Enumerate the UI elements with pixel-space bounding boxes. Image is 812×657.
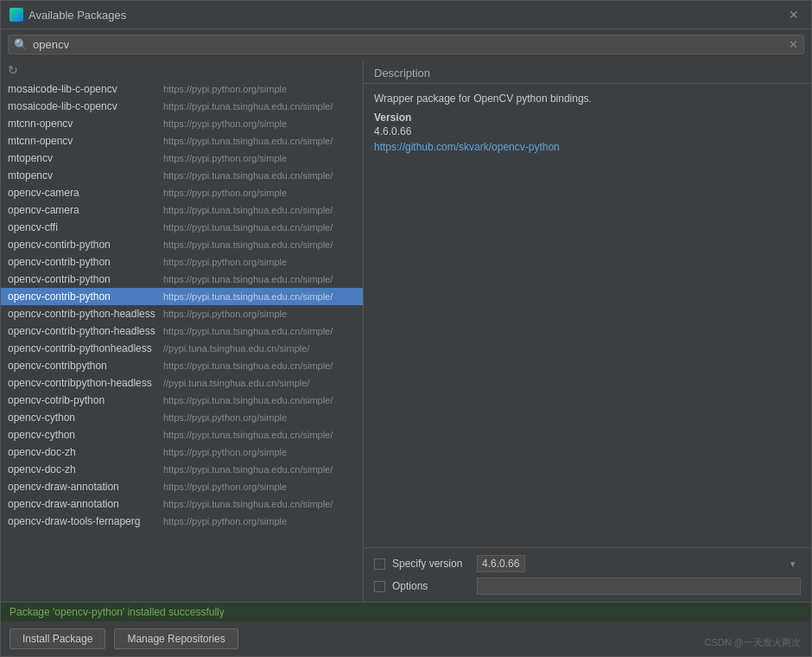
options-area: Specify version 4.6.0.66 Options xyxy=(364,548,811,602)
package-repo: https://pypi.python.org/simple xyxy=(163,153,356,163)
package-item[interactable]: opencv-contirb-pythonhttps://pypi.tuna.t… xyxy=(1,236,363,253)
package-repo: https://pypi.tuna.tsinghua.edu.cn/simple… xyxy=(163,395,356,405)
package-repo: https://pypi.python.org/simple xyxy=(163,447,356,457)
package-repo: https://pypi.python.org/simple xyxy=(163,257,356,267)
specify-version-checkbox[interactable] xyxy=(374,558,385,570)
package-name: opencv-camera xyxy=(8,187,163,199)
bottom-panel: Specify version 4.6.0.66 Options xyxy=(364,547,811,602)
title-bar: Available Packages ✕ xyxy=(1,1,811,29)
package-item[interactable]: opencv-camerahttps://pypi.python.org/sim… xyxy=(1,184,363,201)
package-name: mtcnn-opencv xyxy=(8,118,163,130)
package-item[interactable]: opencv-contrib-pythonhttps://pypi.tuna.t… xyxy=(1,271,363,288)
package-name: opencv-contrib-pythonheadless xyxy=(8,342,163,354)
package-item[interactable]: opencv-camerahttps://pypi.tuna.tsinghua.… xyxy=(1,201,363,219)
options-checkbox[interactable] xyxy=(374,581,385,592)
specify-version-label: Specify version xyxy=(392,558,470,570)
package-repo: https://pypi.tuna.tsinghua.edu.cn/simple… xyxy=(163,430,356,440)
package-repo: //pypi.tuna.tsinghua.edu.cn/simple/ xyxy=(163,343,356,354)
package-name: opencv-draw-annotation xyxy=(8,481,163,493)
package-name: opencv-contribpython xyxy=(8,360,163,372)
package-repo: https://pypi.tuna.tsinghua.edu.cn/simple… xyxy=(163,360,356,371)
dialog-title: Available Packages xyxy=(29,9,126,22)
content-area: ↻ mosaicode-lib-c-opencvhttps://pypi.pyt… xyxy=(1,60,811,602)
package-item[interactable]: opencv-draw-annotationhttps://pypi.tuna.… xyxy=(1,495,363,513)
package-item[interactable]: mosaicode-lib-c-opencvhttps://pypi.tuna.… xyxy=(1,98,363,115)
package-repo: //pypi.tuna.tsinghua.edu.cn/simple/ xyxy=(163,378,356,388)
package-item[interactable]: opencv-draw-annotationhttps://pypi.pytho… xyxy=(1,478,363,495)
package-item[interactable]: opencv-contribpython-headless//pypi.tuna… xyxy=(1,374,363,392)
description-body: Wrapper package for OpenCV python bindin… xyxy=(364,84,811,547)
package-name: opencv-cffi xyxy=(8,221,163,233)
package-name: opencv-contrib-python xyxy=(8,290,163,303)
package-repo: https://pypi.python.org/simple xyxy=(163,309,356,319)
package-repo: https://pypi.tuna.tsinghua.edu.cn/simple… xyxy=(163,239,356,250)
package-item[interactable]: opencv-cythonhttps://pypi.python.org/sim… xyxy=(1,409,363,426)
package-item[interactable]: opencv-draw-tools-fernaperghttps://pypi.… xyxy=(1,513,363,530)
package-list: mosaicode-lib-c-opencvhttps://pypi.pytho… xyxy=(1,80,363,602)
package-name: opencv-camera xyxy=(8,204,163,216)
package-name: mtcnn-opencv xyxy=(8,135,163,147)
version-select[interactable]: 4.6.0.66 xyxy=(477,555,525,572)
search-input[interactable] xyxy=(33,38,783,51)
desc-version-label: Version xyxy=(374,112,801,124)
package-item[interactable]: mtopencvhttps://pypi.tuna.tsinghua.edu.c… xyxy=(1,167,363,184)
package-name: opencv-cython xyxy=(8,429,163,441)
manage-repositories-button[interactable]: Manage Repositories xyxy=(114,628,238,649)
package-name: mtopencv xyxy=(8,169,163,182)
title-bar-left: Available Packages xyxy=(10,8,126,22)
package-name: opencv-doc-zh xyxy=(8,463,163,475)
package-item[interactable]: opencv-contrib-python-headlesshttps://py… xyxy=(1,322,363,340)
package-repo: https://pypi.python.org/simple xyxy=(163,516,356,526)
package-name: opencv-contrib-python xyxy=(8,256,163,268)
package-item[interactable]: opencv-contribpythonhttps://pypi.tuna.ts… xyxy=(1,357,363,374)
search-wrapper: 🔍 ✕ xyxy=(8,35,804,54)
package-item[interactable]: opencv-cythonhttps://pypi.tuna.tsinghua.… xyxy=(1,426,363,443)
button-row: Install Package Manage Repositories xyxy=(1,622,811,656)
pycharm-icon xyxy=(10,8,23,22)
package-repo: https://pypi.python.org/simple xyxy=(163,84,356,94)
package-repo: https://pypi.python.org/simple xyxy=(163,118,356,129)
install-package-button[interactable]: Install Package xyxy=(10,628,105,649)
watermark: CSDN @一天发火两次 xyxy=(705,636,801,649)
package-name: opencv-draw-annotation xyxy=(8,498,163,510)
package-item[interactable]: opencv-cotrib-pythonhttps://pypi.tuna.ts… xyxy=(1,392,363,409)
package-item[interactable]: opencv-contrib-pythonhttps://pypi.tuna.t… xyxy=(1,288,363,305)
package-name: opencv-contrib-python xyxy=(8,273,163,285)
options-input[interactable] xyxy=(477,577,801,595)
options-row: Options xyxy=(374,577,801,595)
package-item[interactable]: opencv-contrib-python-headlesshttps://py… xyxy=(1,305,363,322)
refresh-bar: ↻ xyxy=(1,60,363,80)
package-item[interactable]: mtopencvhttps://pypi.python.org/simple xyxy=(1,150,363,167)
search-bar: 🔍 ✕ xyxy=(1,29,811,60)
package-name: opencv-contirb-python xyxy=(8,239,163,251)
dialog: Available Packages ✕ 🔍 ✕ ↻ mosaicode-lib… xyxy=(0,0,812,657)
refresh-icon[interactable]: ↻ xyxy=(8,63,18,77)
search-icon: 🔍 xyxy=(14,38,28,51)
footer-area: Package 'opencv-python' installed succes… xyxy=(1,602,811,656)
package-item[interactable]: opencv-cffihttps://pypi.tuna.tsinghua.ed… xyxy=(1,219,363,236)
package-item[interactable]: mtcnn-opencvhttps://pypi.tuna.tsinghua.e… xyxy=(1,132,363,150)
package-name: opencv-contrib-python-headless xyxy=(8,325,163,337)
left-panel: ↻ mosaicode-lib-c-opencvhttps://pypi.pyt… xyxy=(1,60,364,602)
package-item[interactable]: opencv-contrib-pythonheadless//pypi.tuna… xyxy=(1,340,363,357)
success-message: Package 'opencv-python' installed succes… xyxy=(1,603,811,622)
package-repo: https://pypi.tuna.tsinghua.edu.cn/simple… xyxy=(163,170,356,181)
specify-version-row: Specify version 4.6.0.66 xyxy=(374,555,801,572)
desc-text: Wrapper package for OpenCV python bindin… xyxy=(374,92,801,105)
package-repo: https://pypi.tuna.tsinghua.edu.cn/simple… xyxy=(163,136,356,146)
package-name: opencv-doc-zh xyxy=(8,446,163,458)
package-name: opencv-contrib-python-headless xyxy=(8,308,163,320)
options-label: Options xyxy=(392,580,470,592)
package-item[interactable]: opencv-doc-zhhttps://pypi.tuna.tsinghua.… xyxy=(1,461,363,478)
package-item[interactable]: mtcnn-opencvhttps://pypi.python.org/simp… xyxy=(1,115,363,132)
package-item[interactable]: opencv-doc-zhhttps://pypi.python.org/sim… xyxy=(1,443,363,461)
version-select-wrapper: 4.6.0.66 xyxy=(477,555,801,572)
desc-link[interactable]: https://github.com/skvark/opencv-python xyxy=(374,141,560,153)
close-button[interactable]: ✕ xyxy=(785,6,802,23)
package-name: opencv-contribpython-headless xyxy=(8,377,163,389)
package-item[interactable]: mosaicode-lib-c-opencvhttps://pypi.pytho… xyxy=(1,80,363,98)
package-item[interactable]: opencv-contrib-pythonhttps://pypi.python… xyxy=(1,253,363,271)
search-clear-icon[interactable]: ✕ xyxy=(789,38,798,51)
package-name: opencv-draw-tools-fernaperg xyxy=(8,515,163,527)
package-repo: https://pypi.python.org/simple xyxy=(163,412,356,423)
